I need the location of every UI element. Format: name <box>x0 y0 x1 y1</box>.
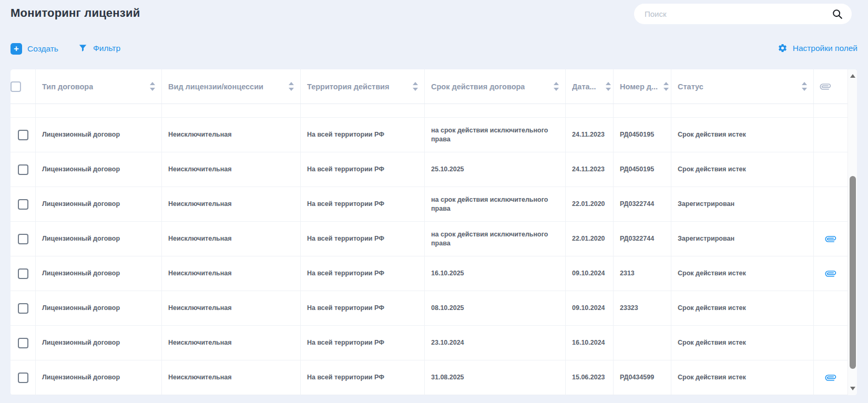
row-checkbox[interactable] <box>18 338 28 348</box>
column-header-attachments <box>814 69 847 104</box>
paperclip-icon[interactable] <box>822 265 840 282</box>
table-cell: Срок действия истек <box>671 360 814 395</box>
table-cell: Неисключительная <box>162 222 301 256</box>
table-row: Лицензионный договорНеисключительнаяНа в… <box>11 360 847 395</box>
table-row: Лицензионный договорНеисключительнаяНа в… <box>11 222 847 256</box>
row-checkbox-cell <box>11 222 36 256</box>
scrollbar-thumb[interactable] <box>850 176 856 369</box>
sort-asc-icon[interactable] <box>606 82 611 85</box>
sort-asc-icon[interactable] <box>554 82 559 85</box>
search-input[interactable] <box>645 9 832 18</box>
sort-desc-icon[interactable] <box>802 88 807 91</box>
table-cell: Лицензионный договор <box>36 360 162 395</box>
field-settings-label: Настройки полей <box>793 44 857 53</box>
table-cell: Неисключительная <box>162 152 301 187</box>
table-row: Лицензионный договорНеисключительнаяНа в… <box>11 256 847 291</box>
table-cell: Неисключительная <box>162 326 301 360</box>
sort-control[interactable] <box>413 82 418 91</box>
table-cell: Срок действия истек <box>671 152 814 187</box>
table-cell: Срок действия истек <box>671 326 814 360</box>
sort-desc-icon[interactable] <box>289 88 294 91</box>
sort-desc-icon[interactable] <box>554 88 559 91</box>
table-cell: Зарегистрирован <box>671 222 814 256</box>
attachment-cell[interactable] <box>814 256 847 291</box>
attachment-cell[interactable] <box>814 222 847 256</box>
sort-control[interactable] <box>150 82 155 91</box>
sort-desc-icon[interactable] <box>150 88 155 91</box>
scroll-down-arrow-icon[interactable] <box>850 387 855 390</box>
row-checkbox-cell <box>11 187 36 221</box>
table-row: Лицензионный договорНеисключительнаяНа в… <box>11 326 847 360</box>
sort-asc-icon[interactable] <box>802 82 807 85</box>
table-cell: 24.11.2023 <box>566 152 614 187</box>
search-icon[interactable] <box>832 8 843 20</box>
sort-asc-icon[interactable] <box>413 82 418 85</box>
row-checkbox[interactable] <box>18 303 28 314</box>
table-cell: 25.10.2025 <box>425 152 566 187</box>
sort-desc-icon[interactable] <box>606 88 611 91</box>
sort-control[interactable] <box>802 82 807 91</box>
table-cell: Лицензионный договор <box>36 256 162 291</box>
sort-asc-icon[interactable] <box>663 82 669 85</box>
sort-desc-icon[interactable] <box>663 88 669 91</box>
paperclip-icon[interactable] <box>822 230 840 247</box>
search-box[interactable] <box>634 4 852 24</box>
table-cell: Срок действия истек <box>671 291 814 325</box>
sort-desc-icon[interactable] <box>413 88 418 91</box>
row-checkbox[interactable] <box>18 268 28 279</box>
row-checkbox-cell <box>11 256 36 291</box>
column-header-number[interactable]: Номер д... <box>614 69 671 104</box>
sort-asc-icon[interactable] <box>150 82 155 85</box>
table-cell: На всей территории РФ <box>301 360 425 395</box>
table-cell: На всей территории РФ <box>301 152 425 187</box>
column-header-license-kind[interactable]: Вид лицензии/концессии <box>162 69 301 104</box>
filter-button[interactable]: Фильтр <box>78 43 120 53</box>
table-cell: Неисключительная <box>162 291 301 325</box>
column-header-contract-term[interactable]: Срок действия договора <box>425 69 566 104</box>
row-checkbox-cell <box>11 118 36 152</box>
table-cell: Лицензионный договор <box>36 187 162 221</box>
table-cell: 15.06.2023 <box>566 360 614 395</box>
table-cell: Лицензионный договор <box>36 326 162 360</box>
plus-icon: + <box>11 43 22 55</box>
scroll-up-arrow-icon[interactable] <box>850 74 855 78</box>
toolbar: + Создать Фильтр Настройки полей <box>0 43 868 59</box>
sort-asc-icon[interactable] <box>289 82 294 85</box>
column-header-territory[interactable]: Территория действия <box>301 69 425 104</box>
sort-control[interactable] <box>663 82 669 91</box>
table-cell: 31.08.2025 <box>425 360 566 395</box>
row-checkbox[interactable] <box>18 164 28 175</box>
row-checkbox[interactable] <box>18 234 28 244</box>
sort-control[interactable] <box>606 82 611 91</box>
attachment-cell[interactable] <box>814 360 847 395</box>
license-table: Тип договора Вид лицензии/концессии Терр… <box>11 69 857 395</box>
row-checkbox[interactable] <box>18 130 28 140</box>
column-header-date[interactable]: Дата... <box>566 69 614 104</box>
table-cell: На всей территории РФ <box>301 222 425 256</box>
column-header-contract-type[interactable]: Тип договора <box>36 69 162 104</box>
table-cell: 22.01.2020 <box>566 222 614 256</box>
table-row: Лицензионный договорНеисключительнаяНа в… <box>11 291 847 326</box>
vertical-scrollbar[interactable] <box>847 69 857 395</box>
sort-control[interactable] <box>289 82 294 91</box>
table-cell: На всей территории РФ <box>301 291 425 325</box>
table-cell: РД0434599 <box>614 360 671 395</box>
table-cell: На всей территории РФ <box>301 187 425 221</box>
table-cell: Лицензионный договор <box>36 118 162 152</box>
create-button[interactable]: + Создать <box>11 43 58 55</box>
table-cell: 09.10.2024 <box>566 256 614 291</box>
select-all-checkbox[interactable] <box>11 81 21 92</box>
table-cell: РД0450195 <box>614 152 671 187</box>
row-checkbox[interactable] <box>18 199 28 210</box>
table-cell: РД0322744 <box>614 222 671 256</box>
field-settings-button[interactable]: Настройки полей <box>778 43 857 53</box>
row-checkbox[interactable] <box>18 373 28 383</box>
column-header-status[interactable]: Статус <box>671 69 814 104</box>
table-cell: Срок действия истек <box>671 118 814 152</box>
sort-control[interactable] <box>554 82 559 91</box>
table-cell: На всей территории РФ <box>301 256 425 291</box>
paperclip-icon[interactable] <box>822 369 840 386</box>
table-cell: 23.10.2024 <box>425 326 566 360</box>
table-cell: РД0450195 <box>614 118 671 152</box>
table-cell: 23323 <box>614 291 671 325</box>
